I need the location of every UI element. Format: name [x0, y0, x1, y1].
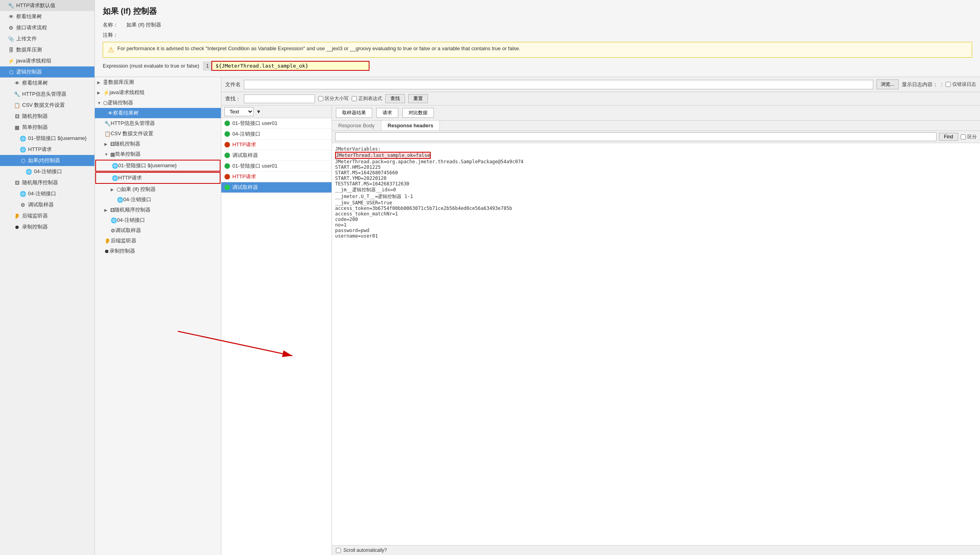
db-icon: 🗄	[8, 47, 14, 53]
list-item-5[interactable]: 01-登陆接口 user01	[221, 161, 332, 172]
thread-icon: ⚡	[8, 58, 14, 64]
login2-icon: 🌐	[112, 163, 118, 169]
logout3-icon: 🌐	[117, 197, 123, 203]
sidebar-item-random-ctrl[interactable]: ⚅ 随机控制器	[0, 111, 94, 122]
file-input[interactable]	[244, 80, 873, 89]
tree-item-random-seq2[interactable]: ▶ ⚅ 随机顺序控制器	[95, 205, 221, 215]
status-red-icon-6	[224, 174, 230, 179]
http-req2-icon: 🌐	[112, 175, 118, 181]
response-headers-tab[interactable]: Response headers	[381, 121, 440, 130]
tree-item-logic[interactable]: ▼ ⬡ 逻辑控制器	[95, 98, 221, 108]
csv2-icon: 📋	[104, 131, 111, 137]
tree-item-logout3[interactable]: 🌐 04-注销接口	[95, 194, 221, 205]
tree-item-csv2[interactable]: 📋 CSV 数据文件设置	[95, 128, 221, 139]
find-button2[interactable]: Find	[939, 133, 958, 141]
tree-item-if2[interactable]: ▶ ⬡ 如果 (If) 控制器	[95, 184, 221, 194]
tree-item-view-tree[interactable]: 👁 察看结果树	[95, 108, 221, 118]
sidebar-item-view-tree[interactable]: 👁 察看结果树	[0, 11, 94, 22]
response-line-access-token: access_token=3b6754f00bb0063071c5b71ce2b…	[335, 206, 977, 211]
find-input[interactable]	[335, 132, 937, 141]
sidebar-item-http-default[interactable]: 🔧 HTTP请求默认值	[0, 0, 94, 11]
error-only-checkbox[interactable]	[946, 82, 951, 87]
response-line-ms: START.MS=1642680745660	[335, 170, 977, 176]
logic-icon: ⬡	[8, 69, 14, 75]
sidebar: 🔧 HTTP请求默认值 👁 察看结果树 ⚙ 接口请求流程 📎 上传文件 🗄 数据…	[0, 0, 95, 555]
sidebar-item-record[interactable]: ⏺ 录制控制器	[0, 221, 94, 232]
sidebar-item-logic-ctrl[interactable]: ⬡ 逻辑控制器	[0, 66, 94, 77]
tree-item-simple2[interactable]: ▼ ▦ 简单控制器	[95, 149, 221, 159]
upload-icon: 📎	[8, 36, 14, 42]
response-line-token-match: access_token_matchNr=1	[335, 211, 977, 217]
sidebar-item-logout[interactable]: 🌐 04-注销接口	[0, 166, 94, 177]
random-seq-icon: ⚅	[14, 179, 20, 186]
tree-item-record2[interactable]: ⏺ 录制控制器	[95, 246, 221, 256]
case-div-checkbox[interactable]	[961, 134, 966, 140]
scroll-auto-checkbox[interactable]	[336, 548, 341, 553]
status-green-icon-2	[224, 131, 230, 137]
sampler-result-tab[interactable]: 取样器结果	[336, 108, 372, 118]
reset-button[interactable]: 重置	[408, 94, 428, 103]
text-dropdown[interactable]: Text	[224, 107, 254, 116]
if-icon: ⬡	[20, 157, 26, 164]
header-icon: 🔧	[14, 91, 20, 97]
sidebar-item-if-ctrl[interactable]: ⬡ 如果(If)控制器	[0, 155, 94, 166]
response-line-password: password=pwd	[335, 228, 977, 233]
response-tabs: Response Body Response headers	[332, 121, 980, 131]
tree-item-java[interactable]: ▶ ⚡ java请求线程组	[95, 87, 221, 98]
name-value: 如果 (If) 控制器	[126, 21, 161, 28]
sidebar-item-csv-data[interactable]: 📋 CSV 数据文件设置	[0, 100, 94, 111]
compare-tab[interactable]: 对比数据	[402, 108, 434, 118]
list-item-2[interactable]: 04-注销接口	[221, 129, 332, 140]
list-item-7[interactable]: 调试取样器	[221, 182, 332, 193]
case-sensitive-checkbox[interactable]	[318, 96, 323, 101]
results-list: Text ▼ 01-登陆接口 user01 04-注销接口	[221, 106, 332, 555]
list-item-6[interactable]: HTTP请求	[221, 172, 332, 182]
find-row: Find 区分	[332, 131, 980, 143]
case-sensitive-label: 区分大小写	[325, 95, 349, 102]
sidebar-item-db-test[interactable]: 🗄 数据库压测	[0, 44, 94, 55]
tree-panel: ▶ 🗄 数据库压测 ▶ ⚡ java请求线程组 ▼ ⬡ 逻辑控制器 👁	[95, 77, 221, 555]
backend2-icon: 👂	[104, 238, 111, 244]
simple2-icon: ▦	[110, 151, 115, 157]
sidebar-item-random-seq[interactable]: ⚅ 随机顺序控制器	[0, 177, 94, 188]
tree-item-backend2[interactable]: 👂 后端监听器	[95, 236, 221, 246]
response-line-teststart: TESTSTART.MS=1642683712630	[335, 181, 977, 187]
find-button[interactable]: 查找	[385, 94, 405, 103]
sidebar-item-backend[interactable]: 👂 后端监听器	[0, 210, 94, 221]
csv-icon: 📋	[14, 102, 20, 108]
sidebar-item-view-tree2[interactable]: 👁 察看结果树	[0, 77, 94, 89]
response-line-jmeter-vars: JMeterVariables:	[335, 146, 977, 152]
sidebar-item-debug-sampler[interactable]: ⚙ 调试取样器	[0, 199, 94, 210]
sidebar-item-logout2[interactable]: 🌐 04-注销接口	[0, 188, 94, 199]
http-req-icon: 🌐	[20, 146, 26, 153]
search-input[interactable]	[244, 94, 315, 103]
name-label: 名称：	[103, 21, 126, 28]
list-item-1[interactable]: 01-登陆接口 user01	[221, 118, 332, 129]
tree-item-db[interactable]: ▶ 🗄 数据库压测	[95, 77, 221, 87]
tree-item-random2[interactable]: ▶ ⚅ 随机控制器	[95, 139, 221, 149]
browse-button[interactable]: 浏览...	[876, 79, 899, 89]
sidebar-item-simple-ctrl[interactable]: ▦ 简单控制器	[0, 122, 94, 133]
regex-checkbox[interactable]	[352, 96, 357, 101]
request-tab[interactable]: 请求	[376, 108, 398, 118]
debug2-icon: ⚙	[111, 228, 115, 234]
sidebar-item-login-api[interactable]: 🌐 01-登陆接口 ${username}	[0, 133, 94, 144]
sidebar-item-interface-process[interactable]: ⚙ 接口请求流程	[0, 22, 94, 33]
sidebar-item-upload-file[interactable]: 📎 上传文件	[0, 33, 94, 44]
results-detail: 取样器结果 请求 对比数据 Response Body Response hea…	[332, 106, 980, 555]
tree-item-debug2[interactable]: ⚙ 调试取样器	[95, 225, 221, 236]
tree-item-http-req2[interactable]: 🌐 HTTP请求	[95, 172, 220, 184]
tree-item-login2[interactable]: 🌐 01-登陆接口 ${username}	[95, 160, 220, 172]
expression-label: Expression (must evaluate to true or fal…	[103, 63, 199, 69]
list-item-3[interactable]: HTTP请求	[221, 140, 332, 150]
list-item-4[interactable]: 调试取样器	[221, 150, 332, 161]
expression-input[interactable]	[211, 61, 369, 71]
sidebar-item-http-header[interactable]: 🔧 HTTP信息头管理器	[0, 89, 94, 100]
response-line-jmeter-ut: __jmeter.U_T__=逻辑控制器 1-1	[335, 193, 977, 200]
sidebar-item-java-thread[interactable]: ⚡ java请求线程组	[0, 55, 94, 66]
response-body-area: JMeterVariables: JMeterThread.last_sampl…	[332, 143, 980, 545]
response-body-tab[interactable]: Response Body	[332, 121, 381, 130]
tree-item-logout4[interactable]: 🌐 04-注销接口	[95, 215, 221, 225]
sidebar-item-http-req[interactable]: 🌐 HTTP请求	[0, 144, 94, 155]
tree-item-http-header2[interactable]: 🔧 HTTP信息头管理器	[95, 118, 221, 128]
